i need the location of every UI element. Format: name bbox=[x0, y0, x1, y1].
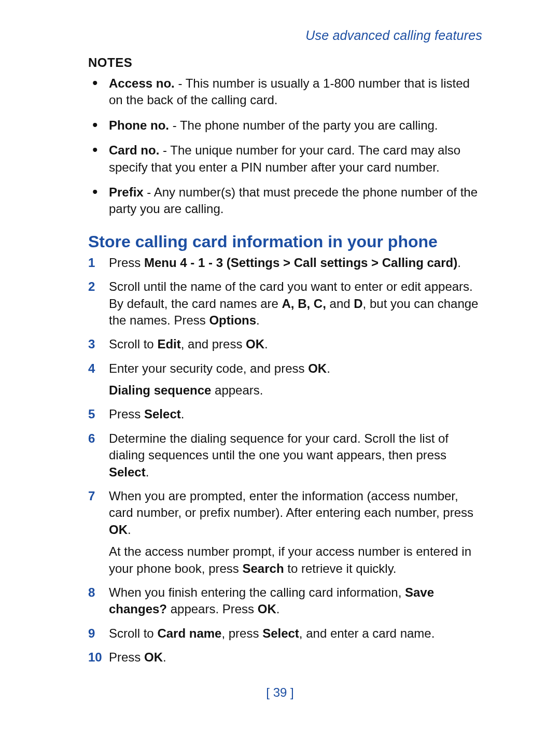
step-subline: At the access number prompt, if your acc… bbox=[109, 543, 482, 577]
step-number: 2 bbox=[88, 278, 104, 295]
step-number: 8 bbox=[88, 584, 104, 601]
step-text: appears. Press bbox=[167, 602, 258, 616]
notes-text: - Any number(s) that must precede the ph… bbox=[109, 185, 478, 216]
step-bold: OK bbox=[246, 337, 264, 351]
notes-item: Card no. - The unique number for your ca… bbox=[88, 142, 482, 176]
step-text: Press bbox=[109, 407, 144, 421]
notes-item: Prefix - Any number(s) that must precede… bbox=[88, 184, 482, 218]
step-text: Determine the dialing sequence for your … bbox=[109, 431, 449, 462]
step-number: 10 bbox=[88, 649, 104, 666]
step-text: . bbox=[276, 602, 280, 616]
step-text: appears. bbox=[211, 383, 263, 397]
step-item: 6 Determine the dialing sequence for you… bbox=[88, 430, 482, 481]
step-number: 6 bbox=[88, 430, 104, 447]
step-item: 4 Enter your security code, and press OK… bbox=[88, 360, 482, 399]
step-number: 4 bbox=[88, 360, 104, 377]
step-bold: OK bbox=[144, 650, 163, 664]
running-head: Use advanced calling features bbox=[88, 28, 482, 43]
step-text: Press bbox=[109, 256, 144, 270]
step-text: , and press bbox=[181, 337, 246, 351]
step-text: , press bbox=[221, 626, 262, 640]
step-item: 10 Press OK. bbox=[88, 649, 482, 666]
step-text: . bbox=[256, 313, 260, 327]
page-number: [ 39 ] bbox=[0, 685, 560, 700]
step-bold: A, B, C, bbox=[282, 297, 326, 311]
step-item: 2 Scroll until the name of the card you … bbox=[88, 278, 482, 329]
step-bold: Select bbox=[109, 465, 146, 479]
step-number: 5 bbox=[88, 406, 104, 423]
step-item: 3 Scroll to Edit, and press OK. bbox=[88, 336, 482, 353]
notes-term: Prefix bbox=[109, 185, 144, 199]
notes-list: Access no. - This number is usually a 1-… bbox=[88, 75, 482, 218]
step-text: . bbox=[264, 337, 268, 351]
step-text: and bbox=[326, 297, 354, 311]
step-number: 7 bbox=[88, 488, 104, 504]
step-text: Press bbox=[109, 650, 144, 664]
notes-item: Phone no. - The phone number of the part… bbox=[88, 117, 482, 134]
step-bold: Menu 4 - 1 - 3 (Settings > Call settings… bbox=[144, 256, 457, 270]
step-text: When you are prompted, enter the informa… bbox=[109, 489, 473, 519]
step-bold: Select bbox=[262, 626, 299, 640]
notes-text: - The phone number of the party you are … bbox=[169, 118, 438, 132]
step-text: Scroll to bbox=[109, 626, 157, 640]
notes-item: Access no. - This number is usually a 1-… bbox=[88, 75, 482, 109]
notes-term: Card no. bbox=[109, 143, 159, 157]
step-text: Enter your security code, and press bbox=[109, 361, 308, 375]
notes-text: - The unique number for your card. The c… bbox=[109, 143, 460, 174]
step-text: . bbox=[146, 465, 149, 479]
step-number: 9 bbox=[88, 625, 104, 642]
step-bold: OK bbox=[308, 361, 327, 375]
step-bold: OK bbox=[258, 602, 276, 616]
notes-term: Access no. bbox=[109, 76, 175, 90]
section-heading: Store calling card information in your p… bbox=[88, 232, 482, 251]
step-item: 1 Press Menu 4 - 1 - 3 (Settings > Call … bbox=[88, 255, 482, 271]
step-text: . bbox=[128, 523, 131, 537]
step-bold: D bbox=[354, 297, 362, 311]
step-bold: Edit bbox=[157, 337, 180, 351]
manual-page: Use advanced calling features NOTES Acce… bbox=[0, 0, 560, 694]
step-item: 5 Press Select. bbox=[88, 406, 482, 423]
step-number: 1 bbox=[88, 255, 104, 271]
step-item: 9 Scroll to Card name, press Select, and… bbox=[88, 625, 482, 642]
step-text: . bbox=[327, 361, 330, 375]
step-text: Scroll to bbox=[109, 337, 157, 351]
steps-list: 1 Press Menu 4 - 1 - 3 (Settings > Call … bbox=[88, 255, 482, 666]
step-text: to retrieve it quickly. bbox=[284, 561, 397, 575]
notes-heading: NOTES bbox=[88, 55, 482, 70]
step-item: 8 When you finish entering the calling c… bbox=[88, 584, 482, 618]
step-bold: Select bbox=[144, 407, 181, 421]
step-text: . bbox=[457, 256, 461, 270]
step-number: 3 bbox=[88, 336, 104, 353]
step-bold: Card name bbox=[157, 626, 221, 640]
step-bold: Search bbox=[243, 561, 284, 575]
step-text: , and enter a card name. bbox=[299, 626, 435, 640]
step-text: . bbox=[181, 407, 185, 421]
step-bold: OK bbox=[109, 523, 128, 537]
step-bold: Options bbox=[209, 313, 256, 327]
step-subline: Dialing sequence appears. bbox=[109, 382, 482, 399]
step-bold: Dialing sequence bbox=[109, 383, 211, 397]
step-text: When you finish entering the calling car… bbox=[109, 585, 405, 599]
notes-term: Phone no. bbox=[109, 118, 169, 132]
step-text: . bbox=[163, 650, 166, 664]
step-item: 7 When you are prompted, enter the infor… bbox=[88, 488, 482, 577]
